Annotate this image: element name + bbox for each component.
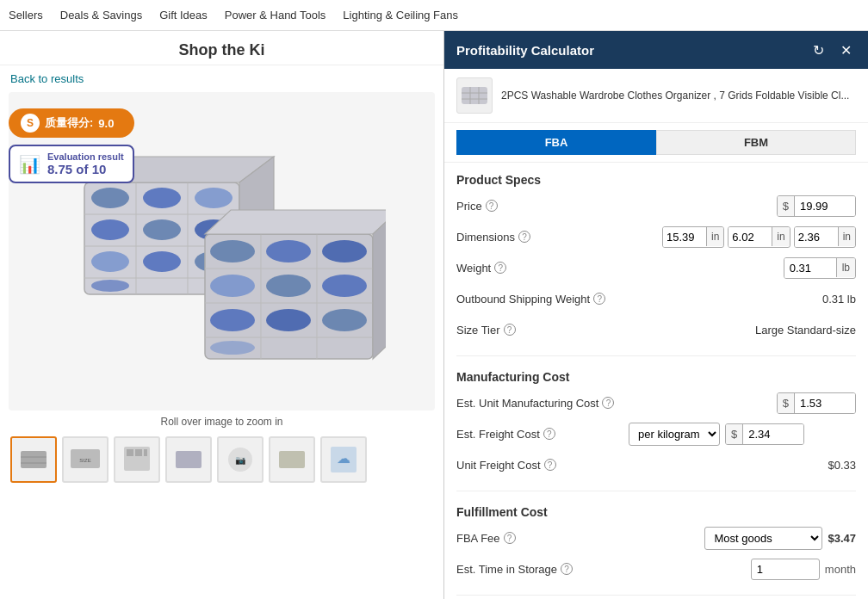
price-input[interactable] <box>795 196 855 216</box>
nav-power-tools[interactable]: Power & Hand Tools <box>225 9 326 22</box>
right-panel: Profitability Calculator ↻ ✕ 2PCS Washab… <box>443 31 868 599</box>
dim-w-unit: in <box>772 227 789 246</box>
svg-text:☁: ☁ <box>337 451 350 466</box>
weight-input[interactable] <box>784 258 836 278</box>
fulfillment-title: Fulfillment Cost <box>456 502 856 519</box>
est-freight-label: Est. Freight Cost ? <box>456 428 629 441</box>
nav-deals[interactable]: Deals & Savings <box>60 9 142 22</box>
left-panel: Shop the Ki Back to results S 质量得分: 9.0 … <box>0 31 443 599</box>
weight-help-icon[interactable]: ? <box>494 262 506 274</box>
svg-point-28 <box>266 275 311 297</box>
price-prefix: $ <box>778 196 795 216</box>
tab-row: FBA FBM <box>444 123 868 163</box>
weight-input-group: lb <box>784 257 856 279</box>
price-help-icon[interactable]: ? <box>486 200 498 212</box>
modal-title: Profitability Calculator <box>456 43 594 58</box>
size-tier-text: Large Standard-size <box>755 324 856 337</box>
storage-label: Est. Time in Storage ? <box>456 563 629 576</box>
shop-header: Shop the Ki <box>0 31 443 65</box>
outbound-shipping-row: Outbound Shipping Weight ? 0.31 lb <box>456 287 856 311</box>
est-unit-mfg-row: Est. Unit Manufacturing Cost ? $ <box>456 391 856 415</box>
thumb-7[interactable]: ☁ <box>320 436 367 483</box>
est-unit-mfg-prefix: $ <box>778 393 795 413</box>
svg-point-7 <box>143 188 181 208</box>
thumb-5[interactable]: 📷 <box>217 436 264 483</box>
thumb-4[interactable] <box>165 436 212 483</box>
svg-point-13 <box>143 251 181 272</box>
product-thumbnail <box>456 77 493 114</box>
eval-icon: 📊 <box>19 154 40 175</box>
est-unit-mfg-input-group: $ <box>777 392 856 414</box>
close-button[interactable]: ✕ <box>835 40 856 60</box>
quality-score: 9.0 <box>98 117 114 130</box>
price-input-group: $ <box>777 195 856 217</box>
weight-label: Weight ? <box>456 262 629 275</box>
svg-point-8 <box>195 188 232 208</box>
freight-row: per kilogram per unit flat rate $ <box>629 423 856 446</box>
weight-value: lb <box>629 257 856 279</box>
fba-fee-row: FBA Fee ? Most goods Apparel Dangerous g… <box>456 526 856 550</box>
fba-fee-amount: $3.47 <box>828 532 856 545</box>
svg-point-10 <box>143 219 181 240</box>
svg-point-30 <box>210 309 255 331</box>
thumb-1[interactable] <box>10 436 57 483</box>
nav-lighting[interactable]: Lighting & Ceiling Fans <box>343 9 458 22</box>
refresh-button[interactable]: ↻ <box>808 40 828 60</box>
svg-point-26 <box>322 240 367 262</box>
storage-input[interactable] <box>751 559 820 580</box>
freight-dropdown[interactable]: per kilogram per unit flat rate <box>629 423 720 446</box>
price-label: Price ? <box>456 200 629 213</box>
size-tier-label: Size Tier ? <box>456 324 629 337</box>
weight-unit: lb <box>836 258 855 277</box>
est-unit-mfg-help-icon[interactable]: ? <box>602 397 614 409</box>
svg-point-9 <box>91 219 129 240</box>
eval-text: Evaluation result 8.75 of 10 <box>47 151 124 176</box>
outbound-help-icon[interactable]: ? <box>593 293 605 305</box>
eval-badge: 📊 Evaluation result 8.75 of 10 <box>9 145 134 183</box>
s-icon: S <box>21 114 40 133</box>
est-freight-row: Est. Freight Cost ? per kilogram per uni… <box>456 422 856 446</box>
price-row: Price ? $ <box>456 194 856 218</box>
unit-freight-help-icon[interactable]: ? <box>544 459 556 471</box>
fba-fee-help-icon[interactable]: ? <box>504 532 516 544</box>
svg-rect-48 <box>279 451 305 468</box>
freight-input[interactable] <box>743 424 803 444</box>
storage-value: month <box>629 559 856 580</box>
product-specs-title: Product Specs <box>456 170 856 187</box>
eval-score: 8.75 of 10 <box>47 162 124 176</box>
manufacturing-title: Manufacturing Cost <box>456 367 856 384</box>
dim-length-input[interactable] <box>663 227 706 247</box>
svg-rect-45 <box>176 451 202 468</box>
outbound-text: 0.31 lb <box>822 293 856 306</box>
thumb-2[interactable]: SIZE <box>62 436 108 483</box>
freight-prefix: $ <box>726 424 743 444</box>
fba-fee-label: FBA Fee ? <box>456 532 629 545</box>
tab-fbm[interactable]: FBM <box>656 130 856 155</box>
thumb-6[interactable] <box>269 436 315 483</box>
storage-help-icon[interactable]: ? <box>561 563 573 575</box>
back-link[interactable]: Back to results <box>0 65 443 92</box>
dim-height-input[interactable] <box>795 227 838 247</box>
tab-fba[interactable]: FBA <box>456 130 656 155</box>
storage-row-inner: month <box>629 559 856 580</box>
nav-gift-ideas[interactable]: Gift Ideas <box>159 9 208 22</box>
nav-sellers[interactable]: Sellers <box>9 9 43 22</box>
est-freight-help-icon[interactable]: ? <box>543 428 555 440</box>
dim-h-unit: in <box>838 227 855 246</box>
fba-dropdown[interactable]: Most goods Apparel Dangerous goods <box>704 527 822 550</box>
unit-freight-row: Unit Freight Cost ? $0.33 <box>456 453 856 477</box>
thumb-3[interactable] <box>114 436 160 483</box>
dim-width-input[interactable] <box>728 227 772 247</box>
svg-rect-42 <box>127 449 133 456</box>
unit-freight-text: $0.33 <box>828 459 856 472</box>
est-unit-mfg-input[interactable] <box>795 393 855 413</box>
weight-row: Weight ? lb <box>456 256 856 280</box>
dim-w-group: in <box>728 226 790 248</box>
dimensions-help-icon[interactable]: ? <box>518 231 530 243</box>
size-tier-help-icon[interactable]: ? <box>504 324 516 336</box>
storage-row: Est. Time in Storage ? month <box>456 557 856 581</box>
svg-text:SIZE: SIZE <box>79 458 90 463</box>
outbound-label: Outbound Shipping Weight ? <box>456 293 629 306</box>
top-nav: Sellers Deals & Savings Gift Ideas Power… <box>0 0 868 31</box>
est-unit-mfg-value: $ <box>629 392 856 414</box>
